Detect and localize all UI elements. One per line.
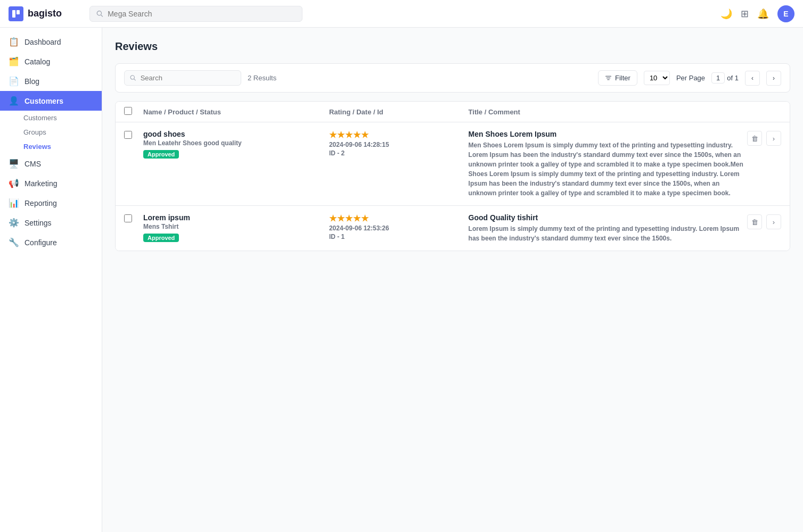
sidebar-label-customers: Customers <box>24 97 63 105</box>
row-checkbox-1[interactable] <box>124 130 143 140</box>
row-1-id: ID - 2 <box>329 149 469 157</box>
row-1-name: good shoes <box>143 130 329 138</box>
sidebar-item-configure[interactable]: 🔧 Configure <box>0 232 102 252</box>
per-page-dropdown[interactable]: 10 25 50 <box>644 71 670 85</box>
per-page-label: Per Page <box>676 74 705 82</box>
sidebar-sub-item-reviews[interactable]: Reviews <box>23 139 102 154</box>
row-1-product: Men Leatehr Shoes good quality <box>143 139 329 147</box>
col-header-rating: Rating / Date / Id <box>329 108 469 116</box>
pagination-prev-button[interactable]: ‹ <box>745 71 760 86</box>
page-total: of 1 <box>727 74 739 82</box>
customers-icon: 👤 <box>9 96 19 106</box>
sidebar-label-settings: Settings <box>24 219 52 227</box>
sidebar-sub-item-groups[interactable]: Groups <box>23 125 102 139</box>
avatar[interactable]: E <box>777 5 794 22</box>
col-header-title: Title / Comment <box>469 108 747 116</box>
svg-line-4 <box>101 15 103 16</box>
svg-rect-2 <box>17 10 20 14</box>
topnav: bagisto 🌙 ⊞ 🔔 E <box>0 0 803 28</box>
row-1-comment: Men Shoes Lorem Ipsum is simply dummy te… <box>469 140 747 198</box>
row-2-date: 2024-09-06 12:53:26 <box>329 225 469 232</box>
logo-icon <box>9 6 23 21</box>
row-1-view-button[interactable]: › <box>766 131 781 146</box>
sidebar-label-blog: Blog <box>24 77 39 86</box>
svg-rect-1 <box>12 10 15 18</box>
configure-icon: 🔧 <box>9 237 19 247</box>
row-2-delete-button[interactable]: 🗑 <box>747 214 762 229</box>
logo: bagisto <box>9 6 83 21</box>
table-row: Lorem ipsum Mens Tshirt Approved ★★★★★ 2… <box>116 206 790 251</box>
reviews-table: Name / Product / Status Rating / Date / … <box>115 101 790 251</box>
row-2-product: Mens Tshirt <box>143 223 329 230</box>
row-2-title-col: Good Quality tishirt Lorem Ipsum is simp… <box>469 213 747 243</box>
row-checkbox-2[interactable] <box>124 213 143 224</box>
header-check[interactable] <box>124 107 143 117</box>
svg-rect-0 <box>9 6 23 21</box>
row-1-checkbox[interactable] <box>124 131 132 139</box>
sidebar-label-reporting: Reporting <box>24 199 57 207</box>
catalog-icon: 🗂️ <box>9 56 19 66</box>
sidebar-label-marketing: Marketing <box>24 179 57 188</box>
filter-button[interactable]: Filter <box>598 70 637 86</box>
mega-search-input[interactable] <box>108 10 296 18</box>
results-count: 2 Results <box>248 74 276 82</box>
sidebar-item-blog[interactable]: 📄 Blog <box>0 71 102 91</box>
dashboard-icon: 📋 <box>9 37 19 47</box>
row-2-title: Good Quality tishirt <box>469 213 747 222</box>
row-1-status: Approved <box>143 150 179 159</box>
page-title: Reviews <box>115 40 790 53</box>
mega-search-bar[interactable] <box>89 6 302 22</box>
row-1-delete-button[interactable]: 🗑 <box>747 131 762 146</box>
search-input[interactable] <box>141 74 235 82</box>
per-page-select: 10 25 50 <box>644 71 670 85</box>
sidebar-label-cms: CMS <box>24 160 41 168</box>
svg-line-6 <box>134 79 136 80</box>
sidebar-label-dashboard: Dashboard <box>24 38 61 46</box>
row-2-stars: ★★★★★ <box>329 213 469 223</box>
page-current: 1 <box>711 72 725 84</box>
row-1-rating-col: ★★★★★ 2024-09-06 14:28:15 ID - 2 <box>329 130 469 157</box>
row-2-rating-col: ★★★★★ 2024-09-06 12:53:26 ID - 1 <box>329 213 469 240</box>
sidebar-label-catalog: Catalog <box>24 57 50 66</box>
sidebar-item-dashboard[interactable]: 📋 Dashboard <box>0 32 102 52</box>
row-1-name-col: good shoes Men Leatehr Shoes good qualit… <box>143 130 329 159</box>
marketing-icon: 📢 <box>9 178 19 188</box>
pagination-info: 1 of 1 <box>711 72 739 84</box>
filter-icon <box>605 74 612 81</box>
row-1-title: Men Shoes Lorem Ipsum <box>469 130 747 138</box>
select-all-checkbox[interactable] <box>124 107 132 115</box>
layout: 📋 Dashboard 🗂️ Catalog 📄 Blog 👤 Customer… <box>0 28 803 532</box>
pagination-next-button[interactable]: › <box>766 71 781 86</box>
sidebar-sub-customers: Customers Groups Reviews <box>0 111 102 154</box>
sidebar-item-cms[interactable]: 🖥️ CMS <box>0 154 102 173</box>
col-header-name: Name / Product / Status <box>143 108 329 116</box>
row-1-date: 2024-09-06 14:28:15 <box>329 141 469 148</box>
row-1-title-col: Men Shoes Lorem Ipsum Men Shoes Lorem Ip… <box>469 130 747 198</box>
table-header: Name / Product / Status Rating / Date / … <box>116 102 790 122</box>
sidebar-item-reporting[interactable]: 📊 Reporting <box>0 193 102 213</box>
sidebar-sub-item-customers[interactable]: Customers <box>23 111 102 125</box>
sidebar-item-marketing[interactable]: 📢 Marketing <box>0 173 102 193</box>
row-2-comment: Lorem Ipsum is simply dummy text of the … <box>469 224 747 243</box>
table-row: good shoes Men Leatehr Shoes good qualit… <box>116 122 790 206</box>
row-1-stars: ★★★★★ <box>329 130 469 140</box>
grid-icon-button[interactable]: ⊞ <box>741 8 749 20</box>
row-2-id: ID - 1 <box>329 233 469 240</box>
logo-text: bagisto <box>28 8 62 19</box>
row-2-actions: 🗑 › <box>747 213 781 229</box>
notifications-button[interactable]: 🔔 <box>757 8 769 20</box>
cms-icon: 🖥️ <box>9 159 19 169</box>
search-icon <box>96 10 103 18</box>
dark-mode-button[interactable]: 🌙 <box>720 8 732 20</box>
row-2-view-button[interactable]: › <box>766 214 781 229</box>
row-2-name-col: Lorem ipsum Mens Tshirt Approved <box>143 213 329 242</box>
sidebar-item-catalog[interactable]: 🗂️ Catalog <box>0 52 102 71</box>
sidebar-item-customers[interactable]: 👤 Customers <box>0 91 102 111</box>
main-content: Reviews 2 Results Filter 10 <box>102 28 803 532</box>
blog-icon: 📄 <box>9 76 19 86</box>
row-2-checkbox[interactable] <box>124 214 132 222</box>
search-icon <box>130 74 136 81</box>
sidebar-item-settings[interactable]: ⚙️ Settings <box>0 213 102 232</box>
row-1-actions: 🗑 › <box>747 130 781 146</box>
search-bar[interactable] <box>124 70 241 86</box>
